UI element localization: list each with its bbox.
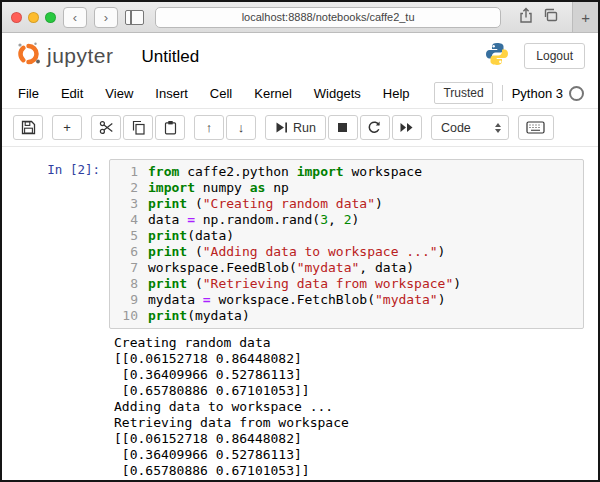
share-icon[interactable] [518, 7, 534, 28]
select-arrows-icon [495, 123, 501, 133]
output-line: [0.36409966 0.52786113] [114, 447, 584, 463]
cell-type-value: Code [441, 121, 471, 135]
save-button[interactable] [13, 115, 43, 140]
cell-output: Creating random data[[0.06152718 0.86448… [114, 335, 584, 479]
browser-chrome: ‹ › localhost:8888/notebooks/caffe2_tu + [2, 2, 598, 33]
menu-item-view[interactable]: View [94, 86, 144, 101]
arrow-down-icon: ↓ [238, 120, 245, 135]
scissors-icon [99, 120, 114, 135]
menu-item-widgets[interactable]: Widgets [303, 86, 372, 101]
menu-item-file[interactable]: File [18, 86, 50, 101]
code-line: mydata = workspace.FetchBlob("mydata") [148, 292, 461, 308]
arrow-up-icon: ↑ [206, 120, 213, 135]
window-controls [11, 12, 56, 23]
line-numbers: 12345678910 [114, 164, 148, 324]
output-line: [0.65780886 0.67101053]] [114, 463, 584, 479]
restart-kernel-button[interactable] [360, 115, 390, 140]
output-line: [0.65780886 0.67101053]] [114, 383, 584, 399]
output-line: Adding data to workspace ... [114, 399, 584, 415]
move-cell-up-button[interactable]: ↑ [194, 115, 224, 140]
clipboard-icon [163, 120, 178, 135]
menu-item-help[interactable]: Help [372, 86, 421, 101]
close-window-button[interactable] [11, 12, 22, 23]
run-icon [275, 121, 288, 134]
kernel-status-icon [569, 86, 584, 101]
back-button[interactable]: ‹ [63, 7, 87, 28]
notebook-area: In [2]: 12345678910 from caffe2.python i… [2, 147, 598, 479]
cell-type-select[interactable]: Code [431, 115, 509, 140]
code-line: print(mydata) [148, 308, 461, 324]
new-tab-button[interactable]: + [572, 2, 598, 32]
code-line: from caffe2.python import workspace [148, 164, 461, 180]
kernel-name-label: Python 3 [512, 86, 563, 101]
output-line: Retrieving data from workspace [114, 415, 584, 431]
code-line: print ("Creating random data") [148, 196, 461, 212]
keyboard-icon [526, 121, 545, 134]
floppy-icon [21, 120, 36, 135]
address-bar[interactable]: localhost:8888/notebooks/caffe2_tu [155, 7, 501, 28]
move-cell-down-button[interactable]: ↓ [226, 115, 256, 140]
input-prompt: In [2]: [16, 159, 109, 329]
run-button[interactable]: Run [265, 115, 326, 140]
stop-icon [336, 121, 349, 134]
trusted-button[interactable]: Trusted [434, 82, 492, 104]
notebook-header: jupyter Untitled Logout [2, 33, 598, 78]
code-cell[interactable]: In [2]: 12345678910 from caffe2.python i… [2, 159, 598, 329]
code-line: import numpy as np [148, 180, 461, 196]
code-lines[interactable]: from caffe2.python import workspaceimpor… [148, 164, 461, 324]
logout-button[interactable]: Logout [524, 43, 585, 69]
menu-bar: FileEditViewInsertCellKernelWidgetsHelp … [2, 78, 598, 109]
code-line: print(data) [148, 228, 461, 244]
command-palette-button[interactable] [518, 115, 554, 140]
code-line: print ("Retrieving data from workspace") [148, 276, 461, 292]
output-line: [[0.06152718 0.86448082] [114, 431, 584, 447]
jupyter-logo-icon[interactable] [15, 40, 42, 71]
restart-run-all-button[interactable] [392, 115, 422, 140]
minimize-window-button[interactable] [28, 12, 39, 23]
zoom-window-button[interactable] [45, 12, 56, 23]
copy-icon [131, 120, 146, 135]
code-line: print ("Adding data to workspace ...") [148, 244, 461, 260]
interrupt-kernel-button[interactable] [328, 115, 358, 140]
restart-icon [367, 120, 382, 135]
output-line: [[0.06152718 0.86448082] [114, 351, 584, 367]
menu-item-edit[interactable]: Edit [50, 86, 94, 101]
cut-cell-button[interactable] [91, 115, 121, 140]
chrome-actions [512, 7, 565, 28]
tab-overview-icon[interactable] [542, 7, 559, 27]
code-editor[interactable]: 12345678910 from caffe2.python import wo… [109, 159, 584, 329]
jupyter-wordmark: jupyter [47, 44, 114, 68]
browser-window: ‹ › localhost:8888/notebooks/caffe2_tu + [0, 0, 600, 482]
menu-divider [502, 85, 503, 101]
forward-button[interactable]: › [94, 7, 118, 28]
plus-icon: + [581, 9, 590, 26]
copy-cell-button[interactable] [123, 115, 153, 140]
output-line: Creating random data [114, 335, 584, 351]
fast-forward-icon [399, 121, 414, 134]
add-cell-button[interactable]: + [52, 115, 82, 140]
sidebar-toggle-icon[interactable] [125, 10, 144, 25]
paste-cell-button[interactable] [155, 115, 185, 140]
menu-item-kernel[interactable]: Kernel [243, 86, 303, 101]
url-text: localhost:8888/notebooks/caffe2_tu [242, 11, 415, 23]
menu-item-insert[interactable]: Insert [144, 86, 199, 101]
notebook-toolbar: + [2, 109, 598, 147]
python-logo-icon [484, 41, 510, 71]
code-line: data = np.random.rand(3, 2) [148, 212, 461, 228]
menu-item-cell[interactable]: Cell [199, 86, 243, 101]
code-line: workspace.FeedBlob("mydata", data) [148, 260, 461, 276]
output-line: [0.36409966 0.52786113] [114, 367, 584, 383]
menu-items: FileEditViewInsertCellKernelWidgetsHelp [18, 86, 421, 101]
notebook-title[interactable]: Untitled [142, 47, 200, 67]
